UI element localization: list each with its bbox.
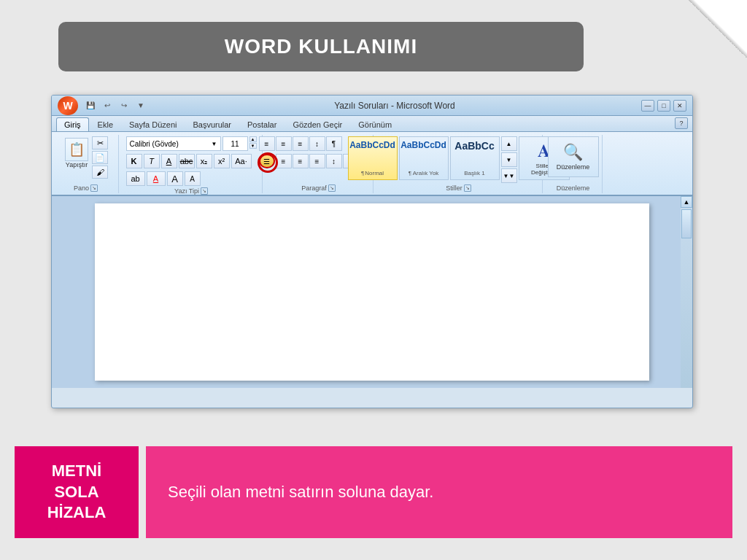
- page-curl: [674, 0, 747, 73]
- highlight-btn[interactable]: ab: [126, 171, 145, 186]
- align-left-button[interactable]: ☰: [259, 154, 275, 168]
- description-text: Seçili olan metni satırın soluna dayar.: [168, 483, 433, 502]
- undo-quick-btn[interactable]: ↩: [100, 100, 115, 112]
- close-button[interactable]: ✕: [673, 100, 686, 112]
- paragraf-label: Paragraf: [301, 184, 327, 192]
- sort-btn[interactable]: ↕: [309, 136, 325, 151]
- description-box: Seçili olan metni satırın soluna dayar.: [146, 446, 732, 538]
- font-color-btn[interactable]: A: [147, 171, 166, 186]
- office-button[interactable]: W: [58, 96, 78, 115]
- word-titlebar: W 💾 ↩ ↪ ▼ Yazılı Soruları - Microsoft Wo…: [52, 96, 692, 116]
- style-heading1-card[interactable]: AaBbCc Başlık 1: [450, 136, 500, 180]
- duzenleme-group: 🔍 Düzenleme Düzenleme: [544, 135, 603, 193]
- justify-btn[interactable]: ≡: [309, 154, 325, 168]
- cut-button[interactable]: ✂: [92, 136, 108, 149]
- slide-title: WORD KULLANIMI: [80, 35, 562, 58]
- underline-button[interactable]: A: [161, 154, 177, 168]
- subscript-button[interactable]: x₂: [196, 154, 212, 168]
- tab-gozden-gecir[interactable]: Gözden Geçir: [285, 118, 349, 131]
- stiller-group: AaBbCcDd ¶ Normal AaBbCcDd ¶ Aralık Yok …: [375, 135, 543, 193]
- align-right-btn[interactable]: ≡: [293, 154, 309, 168]
- pano-expand[interactable]: ↘: [90, 184, 98, 192]
- pano-right-buttons: ✂ 📄 🖌: [92, 136, 108, 179]
- title-banner: WORD KULLANIMI: [58, 22, 584, 71]
- superscript-button[interactable]: x²: [214, 154, 230, 168]
- scroll-top-btn[interactable]: ▲: [681, 196, 692, 208]
- window-controls: — □ ✕: [641, 100, 686, 112]
- stiller-expand[interactable]: ↘: [464, 184, 471, 192]
- word-document-page: [95, 203, 649, 381]
- tab-goruntum[interactable]: Görünüm: [351, 118, 399, 131]
- style-no-spacing-card[interactable]: AaBbCcDd ¶ Aralık Yok: [399, 136, 449, 180]
- style-expand-btn[interactable]: ▼▼: [501, 168, 517, 183]
- font-size-up[interactable]: ▲: [249, 136, 257, 142]
- office-icon: W: [63, 100, 72, 112]
- style-heading1-text: AaBbCc: [454, 140, 494, 152]
- font-name: Calibri (Gövde): [130, 140, 179, 148]
- pano-label: Pano: [74, 184, 89, 192]
- duzenleme-label: Düzenleme: [557, 163, 590, 171]
- format-painter-button[interactable]: 🖌: [92, 166, 108, 179]
- scroll-thumb[interactable]: [681, 209, 692, 238]
- duzenleme-icon: 🔍: [563, 143, 583, 162]
- yazi-tipi-group: Calibri (Gövde) ▼ 11 ▲ ▼ K T: [120, 135, 263, 193]
- copy-button[interactable]: 📄: [92, 151, 108, 164]
- paragraf-expand[interactable]: ↘: [328, 184, 336, 192]
- label-box: METNİ SOLA HİZALA: [15, 446, 139, 538]
- style-no-spacing-label: ¶ Aralık Yok: [409, 170, 439, 176]
- qa-arrow[interactable]: ▼: [133, 100, 148, 112]
- yazi-tipi-label: Yazı Tipi: [174, 187, 199, 195]
- style-normal-text: AaBbCcDd: [349, 140, 395, 150]
- italic-button[interactable]: T: [144, 154, 160, 168]
- style-heading1-label: Başlık 1: [464, 170, 484, 176]
- restore-button[interactable]: □: [657, 100, 670, 112]
- minimize-button[interactable]: —: [641, 100, 654, 112]
- style-scroll-down[interactable]: ▼: [501, 152, 517, 167]
- circle-highlight: [258, 152, 278, 173]
- tab-giris[interactable]: Giriş: [56, 117, 89, 131]
- font-size-down[interactable]: ▼: [249, 143, 257, 149]
- list-unordered-btn[interactable]: ≡: [259, 136, 275, 151]
- duzenleme-group-label: Düzenleme: [557, 184, 590, 192]
- style-normal-label: ¶ Normal: [361, 170, 384, 176]
- paste-icon: 📋: [65, 138, 88, 161]
- tab-postalar[interactable]: Postalar: [240, 118, 284, 131]
- style-scroll-up[interactable]: ▲: [501, 136, 517, 151]
- font-size-value: 11: [231, 140, 239, 148]
- align-center-btn[interactable]: ≡: [276, 154, 292, 168]
- style-scroll-buttons: ▲ ▼ ▼▼: [501, 136, 517, 183]
- yapistir-button[interactable]: 📋 Yapıştır: [63, 136, 90, 170]
- tab-ekle[interactable]: Ekle: [90, 118, 120, 131]
- save-quick-btn[interactable]: 💾: [83, 100, 98, 112]
- strikethrough-button[interactable]: abc: [179, 154, 195, 168]
- pano-group: 📋 Yapıştır ✂ 📄 🖌 Pano ↘: [53, 135, 119, 193]
- style-normal-card[interactable]: AaBbCcDd ¶ Normal: [348, 136, 398, 180]
- font-size-selector[interactable]: 11: [222, 136, 248, 151]
- bold-button[interactable]: K: [126, 154, 142, 168]
- font-dropdown-arrow[interactable]: ▼: [212, 141, 217, 147]
- show-marks-btn[interactable]: ¶: [326, 136, 342, 151]
- paste-label: Yapıştır: [66, 161, 88, 168]
- font-format-btn[interactable]: Aa·: [231, 154, 252, 168]
- label-line2: SOLA: [47, 482, 107, 503]
- font-size-shrink-btn[interactable]: A: [185, 171, 201, 186]
- word-window: W 💾 ↩ ↪ ▼ Yazılı Soruları - Microsoft Wo…: [51, 95, 693, 408]
- word-doc-area: ▲: [52, 196, 692, 388]
- font-size-arrows: ▲ ▼: [249, 136, 257, 151]
- list-indent-btn[interactable]: ≡: [293, 136, 309, 151]
- line-spacing-btn[interactable]: ↕: [326, 154, 342, 168]
- ribbon-help-btn[interactable]: ?: [675, 117, 688, 129]
- vertical-scrollbar[interactable]: ▲: [681, 196, 692, 388]
- redo-quick-btn[interactable]: ↪: [117, 100, 131, 112]
- font-size-grow-btn[interactable]: A: [167, 171, 183, 186]
- ribbon-tabs: Giriş Ekle Sayfa Düzeni Başvurular Posta…: [52, 116, 692, 132]
- slide: WORD KULLANIMI W 💾 ↩ ↪ ▼ Yazılı Soruları…: [0, 0, 747, 560]
- font-selector[interactable]: Calibri (Gövde) ▼: [126, 136, 221, 151]
- duzenleme-button[interactable]: 🔍 Düzenleme: [548, 136, 599, 177]
- bottom-section: METNİ SOLA HİZALA Seçili olan metni satı…: [15, 446, 732, 538]
- stiller-label: Stiller: [446, 184, 462, 192]
- tab-sayfa-duzeni[interactable]: Sayfa Düzeni: [122, 118, 184, 131]
- list-ordered-btn[interactable]: ≡: [276, 136, 292, 151]
- yazi-tipi-expand[interactable]: ↘: [201, 187, 208, 195]
- tab-basvurular[interactable]: Başvurular: [185, 118, 239, 131]
